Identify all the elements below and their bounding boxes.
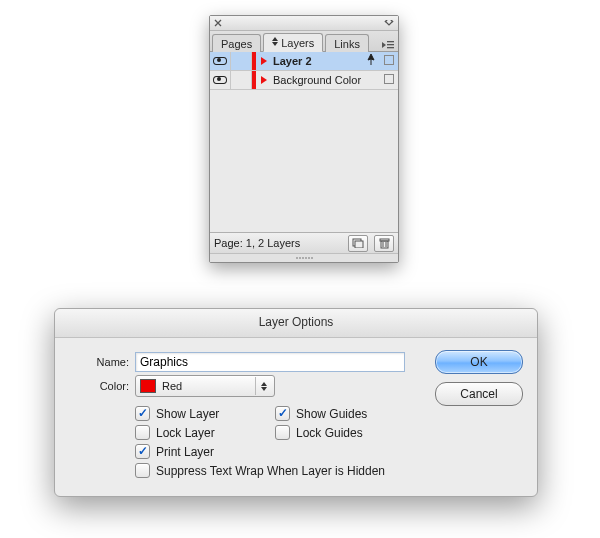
selection-square[interactable] (380, 55, 398, 67)
name-input[interactable] (135, 352, 405, 372)
svg-rect-5 (381, 241, 388, 248)
color-swatch (140, 379, 156, 393)
eye-icon (213, 57, 227, 65)
layer-row[interactable]: Layer 2 (210, 52, 398, 71)
layer-color-strip (252, 71, 256, 89)
layer-options-dialog: Layer Options Name: Color: Red Show Laye… (54, 308, 538, 497)
color-select[interactable]: Red (135, 375, 275, 397)
close-icon[interactable] (214, 19, 222, 27)
svg-rect-6 (380, 239, 389, 241)
disclosure-triangle-icon[interactable] (261, 76, 267, 84)
resize-handle[interactable] (210, 253, 398, 262)
svg-rect-4 (355, 241, 363, 248)
layer-color-strip (252, 52, 256, 70)
layers-panel: Pages Layers Links Layer 2 Background Co… (209, 15, 399, 263)
pen-icon (362, 54, 380, 68)
svg-rect-2 (387, 47, 394, 48)
updown-icon (255, 377, 272, 395)
layer-list[interactable]: Layer 2 Background Color (210, 52, 398, 233)
visibility-toggle[interactable] (210, 52, 231, 70)
delete-layer-button[interactable] (374, 235, 394, 252)
cancel-button[interactable]: Cancel (435, 382, 523, 406)
selection-square[interactable] (380, 74, 398, 86)
suppress-wrap-checkbox[interactable]: Suppress Text Wrap When Layer is Hidden (135, 463, 435, 478)
checkbox-icon (135, 406, 150, 421)
lock-toggle[interactable] (231, 52, 252, 70)
checkbox-icon (135, 425, 150, 440)
tab-links[interactable]: Links (325, 34, 369, 52)
dialog-title: Layer Options (55, 309, 537, 338)
panel-footer: Page: 1, 2 Layers (210, 233, 398, 253)
footer-status: Page: 1, 2 Layers (214, 237, 300, 249)
ok-button[interactable]: OK (435, 350, 523, 374)
show-layer-checkbox[interactable]: Show Layer (135, 406, 275, 421)
name-label: Name: (71, 356, 135, 368)
panel-tabs: Pages Layers Links (210, 31, 398, 52)
visibility-toggle[interactable] (210, 71, 231, 89)
eye-icon (213, 76, 227, 84)
new-layer-button[interactable] (348, 235, 368, 252)
panel-menu-button[interactable] (378, 37, 398, 51)
disclosure-triangle-icon[interactable] (261, 57, 267, 65)
lock-layer-checkbox[interactable]: Lock Layer (135, 425, 275, 440)
collapse-icon[interactable] (384, 20, 394, 26)
checkbox-icon (135, 444, 150, 459)
print-layer-checkbox[interactable]: Print Layer (135, 444, 275, 459)
svg-rect-0 (387, 41, 394, 42)
svg-rect-1 (387, 44, 394, 45)
show-guides-checkbox[interactable]: Show Guides (275, 406, 435, 421)
layer-name[interactable]: Background Color (271, 74, 380, 86)
checkbox-icon (135, 463, 150, 478)
layer-name[interactable]: Layer 2 (271, 55, 362, 67)
color-label: Color: (71, 380, 135, 392)
lock-toggle[interactable] (231, 71, 252, 89)
lock-guides-checkbox[interactable]: Lock Guides (275, 425, 435, 440)
tab-pages[interactable]: Pages (212, 34, 261, 52)
color-value: Red (162, 380, 182, 392)
panel-titlebar[interactable] (210, 16, 398, 31)
checkbox-group: Show Layer Show Guides Lock Layer Lock G… (135, 406, 435, 478)
layer-row[interactable]: Background Color (210, 71, 398, 90)
checkbox-icon (275, 425, 290, 440)
updown-icon (272, 37, 279, 46)
checkbox-icon (275, 406, 290, 421)
tab-layers[interactable]: Layers (263, 33, 323, 52)
